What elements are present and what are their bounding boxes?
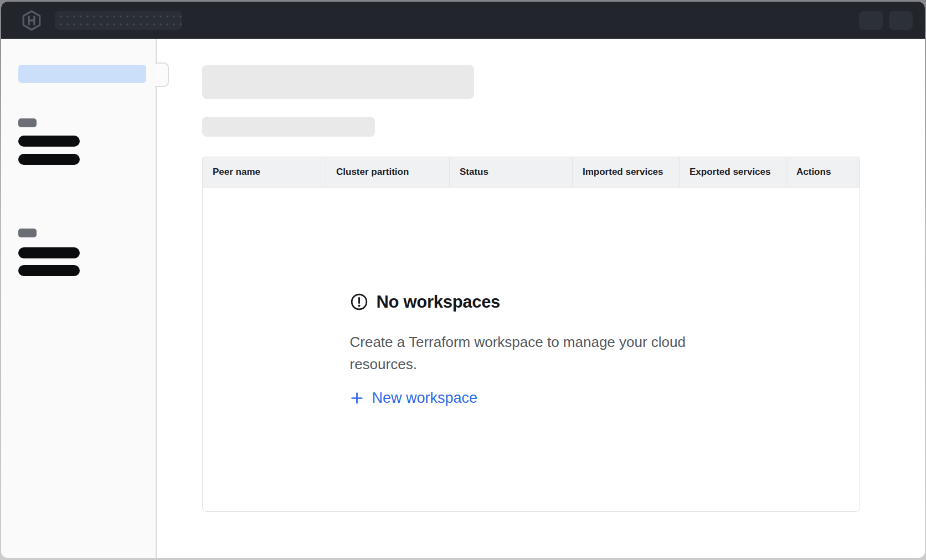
empty-state-title: No workspaces: [377, 292, 501, 312]
sidebar-item-skeleton[interactable]: [18, 154, 80, 165]
column-header-peer-name: Peer name: [202, 157, 326, 188]
sidebar-collapse-handle[interactable]: [155, 63, 169, 87]
column-header-cluster-partition: Cluster partition: [326, 157, 450, 188]
table-body: No workspaces Create a Terraform workspa…: [202, 188, 860, 512]
main-content: Peer name Cluster partition Status Impor…: [158, 39, 925, 558]
sidebar-item-skeleton[interactable]: [18, 265, 80, 276]
topbar-action-button-2[interactable]: [889, 11, 913, 30]
sidebar-item-skeleton[interactable]: [18, 136, 80, 147]
column-header-exported-services: Exported services: [680, 157, 786, 188]
sidebar-section-label-skeleton: [18, 229, 37, 237]
plus-icon: [350, 391, 364, 405]
empty-state: No workspaces Create a Terraform workspa…: [350, 292, 713, 407]
column-header-imported-services: Imported services: [573, 157, 680, 188]
topbar-action-button-1[interactable]: [859, 11, 883, 30]
sidebar-section-label-skeleton: [18, 118, 37, 127]
hashicorp-logo-icon[interactable]: [21, 10, 42, 31]
top-nav-bar: [1, 2, 925, 39]
sidebar-item-skeleton[interactable]: [18, 247, 80, 258]
alert-circle-icon: [350, 293, 368, 311]
page-title-skeleton: [202, 65, 474, 99]
global-search-skeleton[interactable]: [55, 11, 182, 30]
column-header-actions: Actions: [786, 157, 860, 188]
column-header-status: Status: [450, 157, 573, 188]
empty-state-description: Create a Terraform workspace to manage y…: [350, 331, 698, 375]
peers-table: Peer name Cluster partition Status Impor…: [202, 157, 860, 512]
sidebar-active-item-skeleton[interactable]: [18, 65, 146, 83]
new-workspace-button[interactable]: New workspace: [350, 390, 478, 407]
sidebar-nav: [1, 39, 157, 558]
new-workspace-label: New workspace: [372, 390, 478, 407]
table-header-row: Peer name Cluster partition Status Impor…: [202, 157, 860, 188]
app-window: Peer name Cluster partition Status Impor…: [1, 2, 925, 558]
page-subtitle-skeleton: [202, 117, 375, 137]
